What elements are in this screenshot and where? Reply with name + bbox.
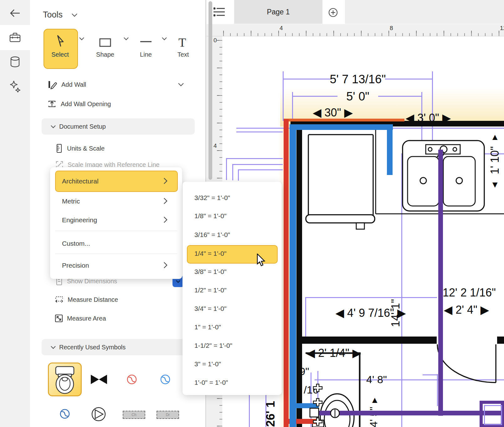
ruler-icon <box>56 144 63 153</box>
scale-option[interactable]: 3/16" = 1'-0" <box>194 231 230 239</box>
app-sidebar <box>0 0 30 427</box>
pump-red-icon <box>126 374 137 385</box>
text-tool-label[interactable]: Text <box>177 51 189 58</box>
line-tool-icon[interactable] <box>139 40 152 43</box>
add-wall-opening-row[interactable]: Add Wall Opening <box>48 98 111 110</box>
symbol-pump-blue-2[interactable] <box>59 409 70 419</box>
measure-area-label: Measure Area <box>67 315 106 322</box>
chevron-down-icon[interactable] <box>178 83 184 86</box>
add-wall-row[interactable]: Add Wall <box>48 78 86 91</box>
dim-label: ◀ 2' 1/4" ▶ <box>306 347 361 360</box>
page-tab-bar: Page 1 <box>207 0 504 24</box>
dim-label: 1' 10" <box>488 146 501 174</box>
menu-item-engineering[interactable]: Engineering <box>62 216 97 224</box>
pipe-hot-water <box>284 119 404 121</box>
tab-page-1[interactable]: Page 1 <box>234 0 322 24</box>
symbol-chase[interactable]: Ch <box>123 411 145 419</box>
chevron-down-icon[interactable] <box>79 37 85 40</box>
chevron-right-icon <box>163 177 167 184</box>
horizontal-ruler[interactable]: 4 8 12 <box>207 24 504 36</box>
back-button[interactable] <box>0 1 30 26</box>
dim-label: 4' 5" <box>368 407 380 427</box>
menu-item-precision[interactable]: Precision <box>62 262 89 269</box>
shape-library-icon[interactable] <box>0 49 30 75</box>
measure-area-row[interactable]: Measure Area <box>54 311 106 325</box>
scale-option[interactable]: 3/8" = 1'-0" <box>194 268 226 275</box>
purple-room-outline <box>480 401 504 427</box>
menu-item-custom[interactable]: Custom... <box>62 240 90 247</box>
symbol-toilet-selected[interactable] <box>48 363 82 396</box>
document-setup-label: Document Setup <box>59 123 106 130</box>
panel-title: Tools <box>43 10 63 20</box>
menu-divider <box>55 254 177 254</box>
pump-blue-icon <box>59 409 70 419</box>
chevron-right-icon <box>163 262 167 269</box>
chevron-down-icon[interactable] <box>71 13 78 17</box>
chevron-down-icon <box>50 346 56 349</box>
dim-label: 12' 2 1/16" <box>443 286 496 299</box>
valve-icon <box>90 374 108 385</box>
add-wall-opening-label: Add Wall Opening <box>61 100 111 108</box>
magic-sparkles-icon[interactable] <box>0 74 30 99</box>
toilet-icon <box>49 363 81 395</box>
dim-label: 9" <box>300 365 309 378</box>
architectural-scale-submenu: 3/32" = 1'-0" 1/8" = 1'-0" 3/16" = 1'-0"… <box>183 182 282 395</box>
symbol-drain[interactable]: Dr <box>157 411 179 419</box>
chevron-down-icon[interactable] <box>162 37 167 40</box>
chevron-down-icon <box>50 125 56 128</box>
dim-label: 5' 7 13/16" <box>330 73 386 86</box>
menu-item-metric[interactable]: Metric <box>62 198 80 205</box>
symbol-pump-red[interactable] <box>126 374 137 385</box>
document-setup-header[interactable]: Document Setup <box>42 118 195 135</box>
dim-label: 26' 1 <box>264 401 277 427</box>
select-cursor-icon <box>55 35 66 48</box>
pump-blue-icon <box>160 374 171 385</box>
chevron-right-icon <box>163 216 167 223</box>
dim-label: /16" <box>304 384 322 396</box>
units-scale-row[interactable]: Units & Scale <box>56 141 105 155</box>
add-wall-label: Add Wall <box>61 81 86 88</box>
add-page-button[interactable] <box>328 8 338 18</box>
add-wall-opening-icon <box>48 100 56 108</box>
units-scale-label: Units & Scale <box>67 145 105 152</box>
measure-distance-icon <box>54 296 64 304</box>
scale-type-menu: Architectural Metric Engineering Custom.… <box>50 167 182 279</box>
measure-distance-label: Measure Distance <box>68 296 118 303</box>
symbol-pump-blue[interactable] <box>160 374 171 385</box>
scrollbar-thumb[interactable] <box>208 1 212 180</box>
scale-option[interactable]: 1-1/2" = 1'-0" <box>194 342 232 349</box>
scale-option[interactable]: 1'-0" = 1'-0" <box>194 379 228 386</box>
scale-option[interactable]: 1" = 1'-0" <box>194 323 221 331</box>
chevron-down-icon[interactable] <box>123 37 129 40</box>
page-list-icon[interactable] <box>213 7 225 18</box>
scale-option[interactable]: 3/4" = 1'-0" <box>194 305 226 312</box>
dim-label: ◀ 2' 4" ▶ <box>444 303 489 316</box>
dim-label: ◀ 30" ▶ <box>313 106 353 119</box>
text-tool-icon[interactable]: T <box>178 35 186 50</box>
measure-area-icon <box>54 314 63 323</box>
line-tool-label[interactable]: Line <box>140 51 152 58</box>
scale-option[interactable]: 3" = 1'-0" <box>194 360 221 368</box>
scale-option[interactable]: 1/8" = 1'-0" <box>194 212 226 220</box>
symbol-pump-triangle[interactable] <box>91 407 106 422</box>
select-tool-label: Select <box>51 51 69 58</box>
scale-option[interactable]: 3/32" = 1'-0" <box>194 194 230 202</box>
symbol-valve[interactable] <box>90 374 108 385</box>
dim-label: ◀ 3' 0" ▶ <box>405 111 451 125</box>
scale-option-selected[interactable]: 1/4" = 1'-0" <box>194 250 226 257</box>
toolbox-icon[interactable] <box>0 25 30 50</box>
recently-used-symbols-header[interactable]: Recently Used Symbols <box>42 339 195 355</box>
measure-distance-row[interactable]: Measure Distance <box>54 293 118 306</box>
shape-tool-icon[interactable] <box>99 38 111 47</box>
dim-label: 2' 1 3/4" <box>352 150 365 191</box>
pipe-hot-riser <box>284 119 289 427</box>
pipe-drain-vertical <box>438 150 443 416</box>
mouse-cursor <box>257 254 266 267</box>
recently-used-symbols-label: Recently Used Symbols <box>59 344 126 351</box>
pump-triangle-icon <box>91 407 106 422</box>
menu-divider <box>55 231 177 231</box>
scale-option[interactable]: 1/2" = 1'-0" <box>194 286 226 294</box>
dim-label: 4' 8" <box>366 373 387 386</box>
shape-tool-label[interactable]: Shape <box>96 51 114 58</box>
dim-label: 14' 1" <box>389 299 402 327</box>
